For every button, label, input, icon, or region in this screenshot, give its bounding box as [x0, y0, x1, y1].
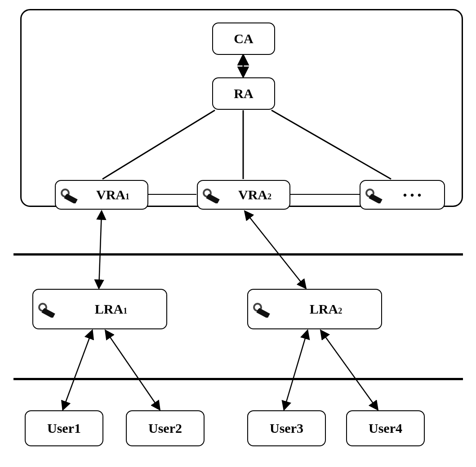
node-user3: User3 — [247, 410, 326, 446]
node-lra1: LRA 1 — [32, 289, 167, 329]
node-vra1: VRA 1 — [55, 180, 148, 210]
node-subscript: 1 — [125, 192, 129, 202]
node-label: CA — [234, 31, 253, 46]
svg-rect-22 — [41, 308, 55, 318]
svg-rect-19 — [369, 193, 382, 203]
svg-point-26 — [256, 305, 259, 309]
key-icon — [37, 301, 60, 318]
zone-divider-2 — [13, 378, 463, 380]
svg-rect-16 — [206, 193, 219, 203]
svg-rect-13 — [64, 193, 77, 203]
node-label: User4 — [369, 421, 402, 436]
node-vra2: VRA 2 — [197, 180, 290, 210]
svg-rect-25 — [256, 308, 270, 318]
node-subscript: 1 — [123, 306, 127, 316]
key-icon — [252, 301, 275, 318]
key-icon — [201, 186, 225, 203]
node-label: RA — [234, 86, 253, 101]
node-label: VRA — [238, 187, 267, 202]
svg-line-9 — [106, 331, 160, 409]
node-user1: User1 — [25, 410, 103, 446]
node-label: ··· — [403, 184, 424, 206]
node-label: User1 — [47, 421, 81, 436]
svg-point-20 — [368, 191, 372, 195]
svg-line-11 — [321, 331, 378, 409]
svg-line-7 — [245, 211, 306, 288]
node-lra2: LRA 2 — [247, 289, 382, 329]
node-label: LRA — [95, 301, 123, 317]
svg-point-23 — [41, 305, 44, 309]
svg-point-17 — [205, 191, 209, 195]
svg-line-10 — [284, 331, 307, 409]
node-subscript: 2 — [267, 192, 271, 202]
node-label: LRA — [310, 301, 338, 317]
node-user2: User2 — [126, 410, 205, 446]
svg-point-14 — [63, 191, 67, 195]
node-subscript: 2 — [338, 306, 342, 316]
node-label: VRA — [96, 187, 125, 202]
node-vra-more: ··· — [360, 180, 445, 210]
svg-line-6 — [99, 211, 102, 288]
node-label: User3 — [270, 421, 303, 436]
node-label: User2 — [148, 421, 182, 436]
key-icon — [59, 186, 83, 203]
zone-divider-1 — [13, 253, 463, 256]
node-user4: User4 — [346, 410, 425, 446]
node-ca: CA — [212, 22, 275, 55]
key-icon — [364, 186, 387, 203]
svg-line-8 — [63, 331, 92, 409]
node-ra: RA — [212, 77, 275, 110]
